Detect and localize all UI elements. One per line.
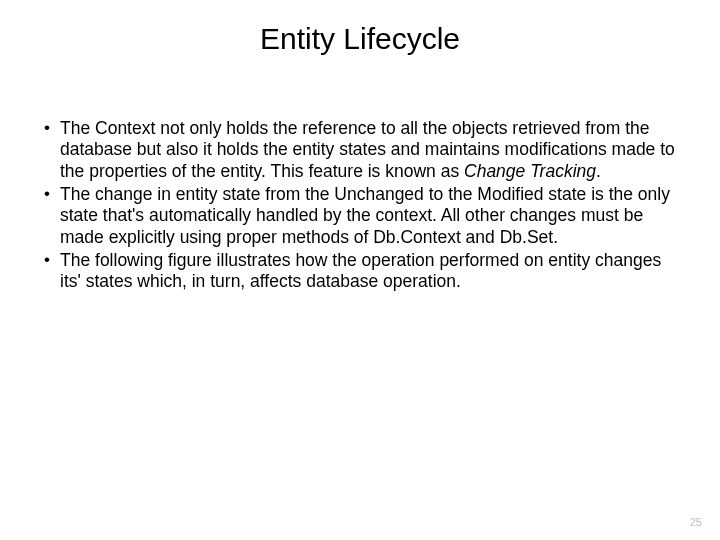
bullet-text-pre: The change in entity state from the Unch… — [60, 184, 670, 247]
slide: Entity Lifecycle The Context not only ho… — [0, 0, 720, 540]
slide-body: The Context not only holds the reference… — [44, 118, 676, 295]
list-item: The following figure illustrates how the… — [44, 250, 676, 293]
bullet-list: The Context not only holds the reference… — [44, 118, 676, 293]
list-item: The Context not only holds the reference… — [44, 118, 676, 182]
bullet-text-pre: The following figure illustrates how the… — [60, 250, 661, 291]
list-item: The change in entity state from the Unch… — [44, 184, 676, 248]
bullet-text-em: Change Tracking — [464, 161, 596, 181]
page-number: 25 — [690, 516, 702, 528]
slide-title: Entity Lifecycle — [0, 22, 720, 56]
bullet-text-post: . — [596, 161, 601, 181]
